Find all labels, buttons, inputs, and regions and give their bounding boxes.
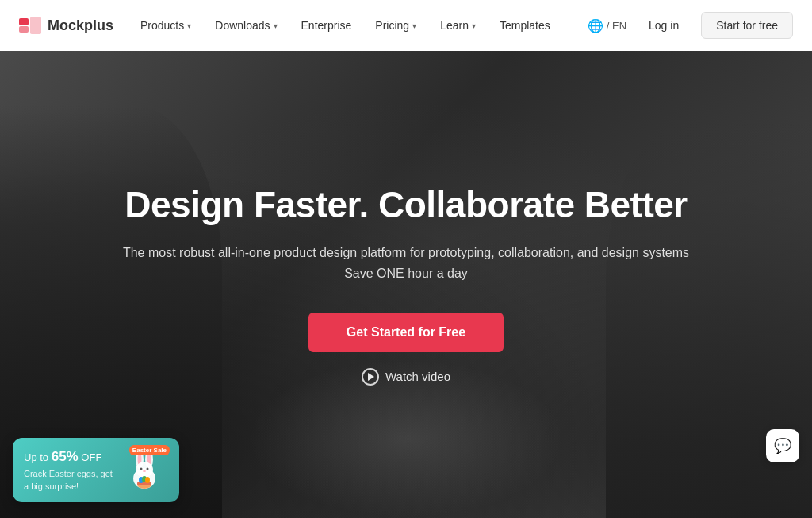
login-button[interactable]: Log in [639, 14, 688, 36]
language-switcher[interactable]: 🌐 / EN [588, 18, 626, 33]
svg-point-9 [140, 467, 143, 470]
svg-rect-1 [19, 26, 29, 33]
nav-downloads[interactable]: Downloads ▾ [204, 0, 288, 51]
promo-image: Easter Sale [127, 450, 168, 491]
start-free-button[interactable]: Start for free [701, 12, 793, 39]
nav-pricing[interactable]: Pricing ▾ [364, 0, 427, 51]
chevron-down-icon: ▾ [472, 21, 476, 30]
chevron-down-icon: ▾ [187, 21, 191, 30]
svg-point-16 [145, 477, 150, 483]
hero-subtitle: The most robust all-in-one product desig… [123, 243, 689, 263]
promo-text: Up to 65% OFF Crack Easter eggs, get a b… [24, 447, 119, 493]
play-icon [362, 368, 379, 386]
easter-badge: Easter Sale [129, 445, 170, 456]
promo-title: Up to 65% OFF [24, 447, 119, 466]
chevron-down-icon: ▾ [412, 21, 416, 30]
logo-icon [19, 17, 41, 34]
get-started-button[interactable]: Get Started for Free [308, 313, 504, 352]
promo-description: Crack Easter eggs, get a big surprise! [24, 468, 119, 493]
chat-icon: 💬 [774, 437, 791, 455]
svg-rect-2 [30, 17, 41, 34]
svg-point-8 [136, 462, 153, 478]
svg-rect-0 [19, 18, 29, 25]
chevron-down-icon: ▾ [274, 21, 278, 30]
bunny-icon [127, 450, 162, 489]
hero-tagline: Save ONE hour a day [344, 267, 468, 281]
navbar: Mockplus Products ▾ Downloads ▾ Enterpri… [0, 0, 812, 51]
nav-items: Products ▾ Downloads ▾ Enterprise Pricin… [129, 0, 588, 51]
nav-learn[interactable]: Learn ▾ [429, 0, 487, 51]
svg-point-11 [143, 470, 146, 472]
hero-content: Design Faster. Collaborate Better The mo… [75, 183, 737, 386]
svg-point-10 [147, 467, 149, 470]
hero-section: Design Faster. Collaborate Better The mo… [0, 51, 812, 518]
logo[interactable]: Mockplus [19, 17, 113, 34]
chat-bubble-button[interactable]: 💬 [766, 429, 799, 462]
hero-title: Design Faster. Collaborate Better [124, 183, 687, 227]
nav-products[interactable]: Products ▾ [129, 0, 202, 51]
globe-icon: 🌐 [588, 18, 603, 33]
nav-templates[interactable]: Templates [488, 0, 561, 51]
logo-label: Mockplus [48, 17, 113, 34]
nav-enterprise[interactable]: Enterprise [290, 0, 363, 51]
nav-right: 🌐 / EN Log in Start for free [588, 12, 793, 39]
play-triangle [368, 373, 374, 381]
watch-video-button[interactable]: Watch video [362, 368, 450, 386]
promo-banner[interactable]: Up to 65% OFF Crack Easter eggs, get a b… [13, 438, 179, 502]
